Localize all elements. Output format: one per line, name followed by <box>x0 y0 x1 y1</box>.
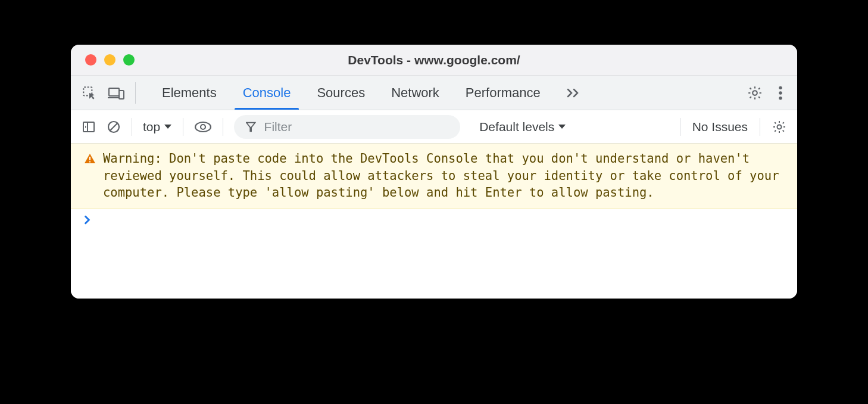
issues-link[interactable]: No Issues <box>692 120 748 134</box>
device-toggle-icon[interactable] <box>108 85 124 101</box>
filter-input-container <box>234 115 460 139</box>
console-warning-message: Warning: Don't paste code into the DevTo… <box>71 144 797 209</box>
titlebar: DevTools - www.google.com/ <box>71 45 797 76</box>
svg-line-11 <box>110 123 117 130</box>
context-selector[interactable]: top <box>143 120 172 134</box>
panel-tabs: Elements Console Sources Network Perform… <box>149 76 554 110</box>
filter-icon <box>246 121 255 133</box>
tabs-overflow-button[interactable] <box>561 87 587 99</box>
svg-point-5 <box>779 86 782 89</box>
separator <box>183 118 183 136</box>
settings-icon[interactable] <box>747 85 763 101</box>
console-settings-icon[interactable] <box>772 120 786 134</box>
inspect-element-icon[interactable] <box>82 85 97 101</box>
toolbar-right-icons <box>747 85 786 101</box>
separator <box>760 118 760 136</box>
warning-text: Warning: Don't paste code into the DevTo… <box>103 150 784 201</box>
window-title: DevTools - www.google.com/ <box>348 53 520 67</box>
console-prompt[interactable] <box>71 209 797 231</box>
warning-triangle-icon <box>84 153 96 164</box>
separator <box>223 118 223 136</box>
svg-point-4 <box>753 91 757 95</box>
clear-console-icon[interactable] <box>107 120 121 134</box>
chevron-down-icon <box>558 124 566 130</box>
tab-performance[interactable]: Performance <box>452 76 554 110</box>
context-label: top <box>143 120 160 134</box>
devtools-window: DevTools - www.google.com/ Elements Cons… <box>71 45 797 299</box>
log-levels-selector[interactable]: Default levels <box>479 120 566 134</box>
prompt-chevron-icon <box>84 215 91 225</box>
svg-rect-8 <box>83 122 94 132</box>
separator <box>680 118 680 136</box>
tab-elements[interactable]: Elements <box>149 76 230 110</box>
svg-point-12 <box>195 122 211 132</box>
console-toolbar: top Default levels No I <box>71 110 797 144</box>
tab-network[interactable]: Network <box>378 76 452 110</box>
tab-sources[interactable]: Sources <box>304 76 378 110</box>
separator <box>132 118 132 136</box>
levels-label: Default levels <box>479 120 554 134</box>
svg-rect-1 <box>109 88 119 96</box>
chevron-down-icon <box>164 124 172 130</box>
tab-console[interactable]: Console <box>230 76 304 110</box>
toggle-sidebar-icon[interactable] <box>82 120 96 134</box>
more-menu-icon[interactable] <box>778 85 783 101</box>
svg-point-6 <box>779 91 782 94</box>
minimize-window-button[interactable] <box>104 54 115 66</box>
toolbar-left-icons <box>82 82 136 104</box>
svg-rect-15 <box>89 157 90 160</box>
svg-point-7 <box>779 96 782 99</box>
filter-input[interactable] <box>264 120 449 134</box>
svg-point-14 <box>778 125 782 129</box>
svg-rect-3 <box>119 91 124 99</box>
live-expression-icon[interactable] <box>194 120 212 133</box>
traffic-lights <box>71 54 135 66</box>
main-tabs-bar: Elements Console Sources Network Perform… <box>71 76 797 110</box>
svg-point-13 <box>201 125 205 129</box>
fullscreen-window-button[interactable] <box>123 54 135 66</box>
close-window-button[interactable] <box>85 54 96 66</box>
svg-rect-16 <box>89 161 90 163</box>
console-body: Warning: Don't paste code into the DevTo… <box>71 144 797 299</box>
